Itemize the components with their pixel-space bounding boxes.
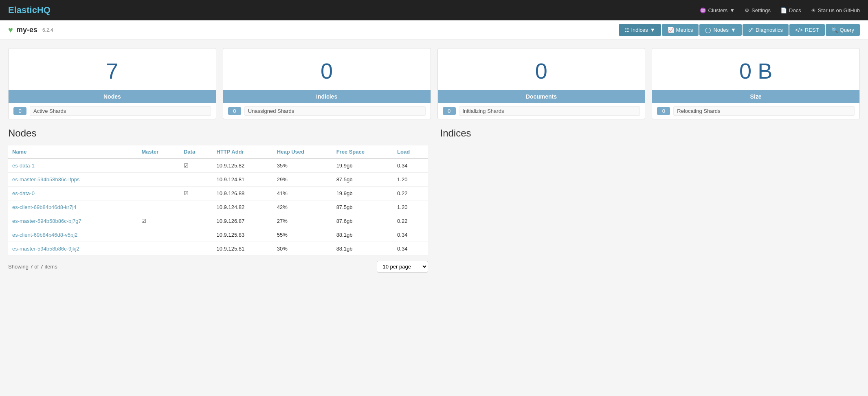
showing-text: Showing 7 of 7 items xyxy=(8,264,57,270)
node-heap_used-cell: 41% xyxy=(273,187,332,200)
stat-value-documents: 0 xyxy=(438,48,645,90)
node-free_space-cell: 19.9gb xyxy=(332,187,393,200)
sub-nav-buttons: ☷ Indices ▼ 📈 Metrics ◯ Nodes ▼ ☍ Diagno… xyxy=(619,24,860,36)
cluster-icon: ♒ xyxy=(700,7,706,13)
rest-icon: </> xyxy=(795,27,803,33)
active-shards-badge: 0 xyxy=(13,107,26,115)
top-nav-links: ♒ Clusters ▼ ⚙ Settings 📄 Docs ☀ Star us… xyxy=(700,7,860,13)
node-link[interactable]: es-data-1 xyxy=(12,163,35,169)
table-row: es-data-1☑10.9.125.8235%19.9gb0.34 xyxy=(8,158,428,173)
node-load-cell: 0.34 xyxy=(393,242,428,256)
node-name-cell: es-data-0 xyxy=(8,187,137,200)
node-http_addr-cell: 10.9.126.87 xyxy=(213,214,273,228)
metrics-icon: 📈 xyxy=(668,27,674,33)
col-name: Name xyxy=(8,145,137,158)
btn-indices[interactable]: ☷ Indices ▼ xyxy=(619,24,661,36)
col-data: Data xyxy=(180,145,213,158)
btn-rest[interactable]: </> REST xyxy=(789,24,824,36)
nodes-section: Nodes Name Master Data HTTP Addr Heap Us… xyxy=(8,128,428,273)
unassigned-shards-label: Unassigned Shards xyxy=(244,106,426,116)
col-free-space: Free Space xyxy=(332,145,393,158)
col-load: Load xyxy=(393,145,428,158)
settings-icon: ⚙ xyxy=(745,7,749,13)
node-link[interactable]: es-data-0 xyxy=(12,190,35,196)
brand-elastic: Elastic xyxy=(8,5,37,15)
stat-label-documents: Documents xyxy=(438,90,645,103)
nav-settings[interactable]: ⚙ Settings xyxy=(745,7,771,13)
nodes-table-header: Name Master Data HTTP Addr Heap Used Fre… xyxy=(8,145,428,158)
brand-logo[interactable]: ElasticHQ xyxy=(8,5,51,15)
relocating-shards-badge: 0 xyxy=(657,107,670,115)
node-heap_used-cell: 42% xyxy=(273,200,332,214)
stat-card-size: 0 B Size 0 Relocating Shards xyxy=(652,48,860,119)
node-load-cell: 0.34 xyxy=(393,228,428,242)
node-name-cell: es-master-594b58b86c-lfpps xyxy=(8,173,137,187)
node-load-cell: 1.20 xyxy=(393,200,428,214)
node-load-cell: 1.20 xyxy=(393,173,428,187)
btn-diagnostics[interactable]: ☍ Diagnostics xyxy=(743,24,789,36)
stat-value-indices: 0 xyxy=(223,48,431,90)
node-data-cell: ☑ xyxy=(180,158,213,173)
node-link[interactable]: es-client-69b84b46d8-kr7j4 xyxy=(12,204,77,210)
node-link[interactable]: es-master-594b58b86c-9jkj2 xyxy=(12,246,79,252)
nav-github[interactable]: ☀ Star us on GitHub xyxy=(811,7,860,13)
node-master-cell xyxy=(137,187,180,200)
node-master-cell: ☑ xyxy=(137,214,180,228)
node-data-cell xyxy=(180,242,213,256)
node-name-cell: es-master-594b58b86c-9jkj2 xyxy=(8,242,137,256)
node-http_addr-cell: 10.9.124.81 xyxy=(213,173,273,187)
stat-value-nodes: 7 xyxy=(9,48,216,90)
node-http_addr-cell: 10.9.125.81 xyxy=(213,242,273,256)
stat-label-nodes: Nodes xyxy=(9,90,216,103)
table-row: es-client-69b84b46d8-kr7j410.9.124.8242%… xyxy=(8,200,428,214)
col-http-addr: HTTP Addr xyxy=(213,145,273,158)
nav-docs[interactable]: 📄 Docs xyxy=(780,7,801,13)
stat-card-documents: 0 Documents 0 Initializing Shards xyxy=(437,48,646,119)
btn-metrics[interactable]: 📈 Metrics xyxy=(662,24,699,36)
query-icon: 🔍 xyxy=(831,27,838,33)
node-http_addr-cell: 10.9.125.83 xyxy=(213,228,273,242)
btn-query[interactable]: 🔍 Query xyxy=(826,24,860,36)
node-data-cell xyxy=(180,200,213,214)
btn-nodes[interactable]: ◯ Nodes ▼ xyxy=(699,24,741,36)
stat-sub-documents: 0 Initializing Shards xyxy=(438,103,645,119)
active-shards-label: Active Shards xyxy=(30,106,211,116)
node-http_addr-cell: 10.9.124.82 xyxy=(213,200,273,214)
brand-hq: HQ xyxy=(37,5,51,15)
two-col-layout: Nodes Name Master Data HTTP Addr Heap Us… xyxy=(8,128,860,273)
node-data-cell xyxy=(180,173,213,187)
relocating-shards-label: Relocating Shards xyxy=(673,106,855,116)
node-http_addr-cell: 10.9.125.82 xyxy=(213,158,273,173)
stat-sub-nodes: 0 Active Shards xyxy=(9,103,216,119)
per-page-select[interactable]: 10 per page25 per page50 per page xyxy=(377,261,428,273)
indices-section-title: Indices xyxy=(440,128,860,139)
node-free_space-cell: 87.6gb xyxy=(332,214,393,228)
node-http_addr-cell: 10.9.126.88 xyxy=(213,187,273,200)
node-master-cell xyxy=(137,158,180,173)
node-load-cell: 0.34 xyxy=(393,158,428,173)
cluster-name-text: my-es xyxy=(16,26,37,34)
table-row: es-master-594b58b86c-9jkj210.9.125.8130%… xyxy=(8,242,428,256)
stat-sub-size: 0 Relocating Shards xyxy=(652,103,859,119)
nodes-icon: ◯ xyxy=(705,27,711,33)
nav-clusters[interactable]: ♒ Clusters ▼ xyxy=(700,7,735,13)
node-name-cell: es-master-594b58b86c-bj7g7 xyxy=(8,214,137,228)
docs-icon: 📄 xyxy=(780,7,787,13)
node-link[interactable]: es-master-594b58b86c-bj7g7 xyxy=(12,218,81,224)
node-link[interactable]: es-master-594b58b86c-lfpps xyxy=(12,176,79,183)
node-heap_used-cell: 30% xyxy=(273,242,332,256)
stat-sub-indices: 0 Unassigned Shards xyxy=(223,103,431,119)
node-free_space-cell: 87.5gb xyxy=(332,173,393,187)
chevron-down-icon: ▼ xyxy=(650,27,655,33)
node-heap_used-cell: 27% xyxy=(273,214,332,228)
node-data-cell xyxy=(180,228,213,242)
stat-value-size: 0 B xyxy=(652,48,859,90)
node-link[interactable]: es-client-69b84b46d8-v5pj2 xyxy=(12,232,77,238)
stat-label-size: Size xyxy=(652,90,859,103)
nodes-section-title: Nodes xyxy=(8,128,428,139)
cluster-version: 6.2.4 xyxy=(42,27,53,33)
stat-label-indices: Indicies xyxy=(223,90,431,103)
node-master-cell xyxy=(137,228,180,242)
node-name-cell: es-client-69b84b46d8-kr7j4 xyxy=(8,200,137,214)
table-row: es-client-69b84b46d8-v5pj210.9.125.8355%… xyxy=(8,228,428,242)
